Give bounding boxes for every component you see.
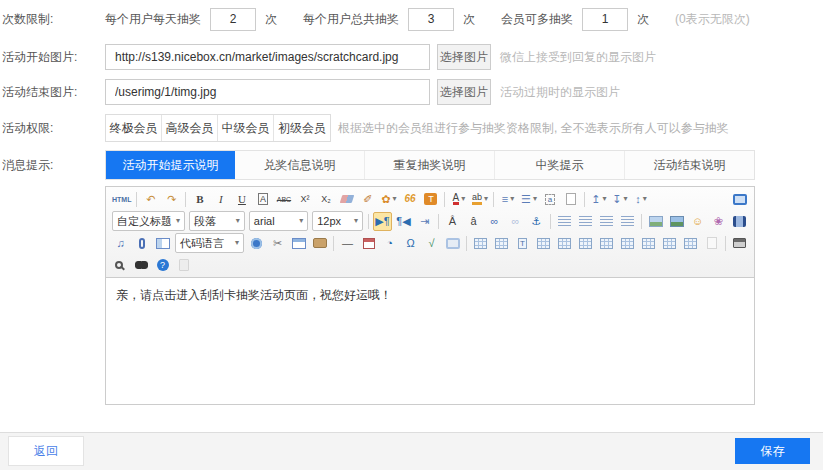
start-image-input[interactable] — [105, 44, 430, 70]
indent-icon[interactable]: ⇥ — [415, 212, 434, 231]
end-image-input[interactable] — [105, 79, 430, 105]
print-icon[interactable] — [730, 234, 749, 253]
to-uppercase-icon[interactable]: Â — [443, 212, 462, 231]
direction-rtl-icon[interactable]: ¶◀ — [394, 212, 413, 231]
delete-table-icon[interactable] — [492, 234, 511, 253]
custom-title-select[interactable]: 自定义标题▾ — [112, 211, 185, 231]
tab-activity-start-tip[interactable]: 活动开始提示说明 — [106, 151, 235, 179]
background-color-icon[interactable]: ab▾ — [470, 190, 489, 209]
start-image-pick-button[interactable]: 选择图片 — [437, 44, 491, 70]
insert-image-icon[interactable] — [646, 212, 665, 231]
tab-repeat-draw[interactable]: 重复抽奖说明 — [365, 151, 495, 179]
align-left-icon[interactable] — [555, 212, 574, 231]
to-lowercase-icon[interactable]: â — [464, 212, 483, 231]
table-title-icon[interactable]: T — [513, 234, 532, 253]
back-button[interactable]: 返回 — [8, 436, 84, 466]
align-justify-icon[interactable] — [618, 212, 637, 231]
member-level-option-senior[interactable]: 高级会员 — [162, 115, 218, 141]
special-chars-icon[interactable]: Ω — [401, 234, 420, 253]
insert-music-icon[interactable]: ♫ — [111, 234, 130, 253]
undo-icon[interactable]: ↶ — [141, 190, 160, 209]
italic-icon[interactable]: I — [211, 190, 230, 209]
unordered-list-icon[interactable]: ☰▾ — [519, 190, 538, 209]
superscript-icon[interactable]: X² — [295, 190, 314, 209]
font-size-select[interactable]: 12px▾ — [312, 211, 363, 231]
paragraph-spacing-top-icon[interactable]: ↥▾ — [589, 190, 608, 209]
limits-row: 次数限制: 每个用户每天抽奖 次 每个用户总共抽奖 次 会员可多抽奖 次 (0表… — [0, 6, 823, 32]
format-brush-icon[interactable]: ✐ — [358, 190, 377, 209]
ordered-list-icon[interactable]: ≡▾ — [498, 190, 517, 209]
insert-table-icon[interactable] — [471, 234, 490, 253]
tab-win-tip[interactable]: 中奖提示 — [495, 151, 625, 179]
remove-format-icon[interactable] — [337, 190, 356, 209]
insert-map-icon[interactable] — [247, 234, 266, 253]
end-image-row: 活动结束图片: 选择图片 活动过期时的显示图片 — [0, 79, 823, 105]
insert-iframe-icon[interactable] — [289, 234, 308, 253]
fullscreen-icon[interactable] — [730, 190, 749, 209]
table-background-icon[interactable] — [702, 234, 721, 253]
save-button[interactable]: 保存 — [735, 438, 810, 464]
font-color-icon[interactable]: A▾ — [449, 190, 468, 209]
tab-activity-end[interactable]: 活动结束说明 — [625, 151, 754, 179]
attachment-icon[interactable] — [132, 234, 151, 253]
line-height-icon[interactable]: ↕▾ — [631, 190, 650, 209]
snapscreen-icon[interactable] — [443, 234, 462, 253]
emotion-icon[interactable]: ☺ — [688, 212, 707, 231]
source-icon[interactable]: HTML — [111, 190, 132, 209]
preview-icon[interactable] — [111, 256, 130, 275]
horizontal-rule-icon[interactable]: — — [338, 234, 357, 253]
align-center-icon[interactable] — [576, 212, 595, 231]
subscript-icon[interactable]: X₂ — [316, 190, 335, 209]
insert-row-icon[interactable] — [534, 234, 553, 253]
font-family-select[interactable]: arial▾ — [249, 211, 308, 231]
image-manager-icon[interactable] — [667, 212, 686, 231]
redo-icon[interactable]: ↷ — [162, 190, 181, 209]
anchor-icon[interactable]: ⚓ — [527, 212, 546, 231]
auto-typeset-icon[interactable]: ✿▾ — [379, 190, 398, 209]
paste-text-icon[interactable]: T — [421, 190, 440, 209]
daily-draw-suffix: 次 — [265, 11, 277, 28]
member-extra-draw-group: 会员可多抽奖 次 — [501, 8, 649, 31]
paste-icon[interactable] — [174, 256, 193, 275]
insert-time-icon[interactable]: ◔ — [380, 234, 399, 253]
insert-date-icon[interactable] — [359, 234, 378, 253]
blockquote-icon[interactable]: 66 — [400, 190, 419, 209]
unlink-icon[interactable]: ∞ — [506, 212, 525, 231]
merge-right-icon[interactable] — [618, 234, 637, 253]
clear-doc-icon[interactable] — [561, 190, 580, 209]
scrawl-icon[interactable]: ❀ — [709, 212, 728, 231]
search-replace-icon[interactable] — [132, 256, 151, 275]
paragraph-spacing-bottom-icon[interactable]: ↧▾ — [610, 190, 629, 209]
merge-cells-icon[interactable] — [660, 234, 679, 253]
editor-content[interactable]: 亲，请点击进入刮刮卡抽奖活动页面，祝您好运哦！ — [106, 278, 754, 402]
screenshot-icon[interactable] — [310, 234, 329, 253]
daily-draw-input[interactable] — [210, 8, 256, 31]
select-all-icon[interactable]: a — [540, 190, 559, 209]
delete-col-icon[interactable] — [597, 234, 616, 253]
font-border-icon[interactable]: A — [253, 190, 272, 209]
code-language-select[interactable]: 代码语言▾ — [175, 233, 244, 253]
paragraph-format-select[interactable]: 段落▾ — [189, 211, 245, 231]
insert-video-icon[interactable] — [730, 212, 749, 231]
insert-template-icon[interactable] — [153, 234, 172, 253]
member-level-option-middle[interactable]: 中级会员 — [218, 115, 274, 141]
tab-redeem-info[interactable]: 兑奖信息说明 — [235, 151, 365, 179]
insert-col-icon[interactable] — [555, 234, 574, 253]
direction-ltr-icon[interactable]: ▶¶ — [373, 212, 392, 231]
member-level-option-ultimate[interactable]: 终极会员 — [106, 115, 162, 141]
member-level-option-junior[interactable]: 初级会员 — [274, 115, 330, 141]
delete-row-icon[interactable] — [576, 234, 595, 253]
merge-down-icon[interactable] — [639, 234, 658, 253]
page-break-icon[interactable]: ✂ — [268, 234, 287, 253]
help-icon[interactable]: ? — [153, 256, 172, 275]
bold-icon[interactable]: B — [190, 190, 209, 209]
member-extra-draw-input[interactable] — [582, 8, 628, 31]
align-right-icon[interactable] — [597, 212, 616, 231]
formula-icon[interactable]: √ — [422, 234, 441, 253]
split-cells-icon[interactable] — [681, 234, 700, 253]
end-image-pick-button[interactable]: 选择图片 — [437, 79, 491, 105]
underline-icon[interactable]: U — [232, 190, 251, 209]
total-draw-input[interactable] — [408, 8, 454, 31]
link-icon[interactable]: ∞ — [485, 212, 504, 231]
strikethrough-icon[interactable]: ABC — [274, 190, 293, 209]
